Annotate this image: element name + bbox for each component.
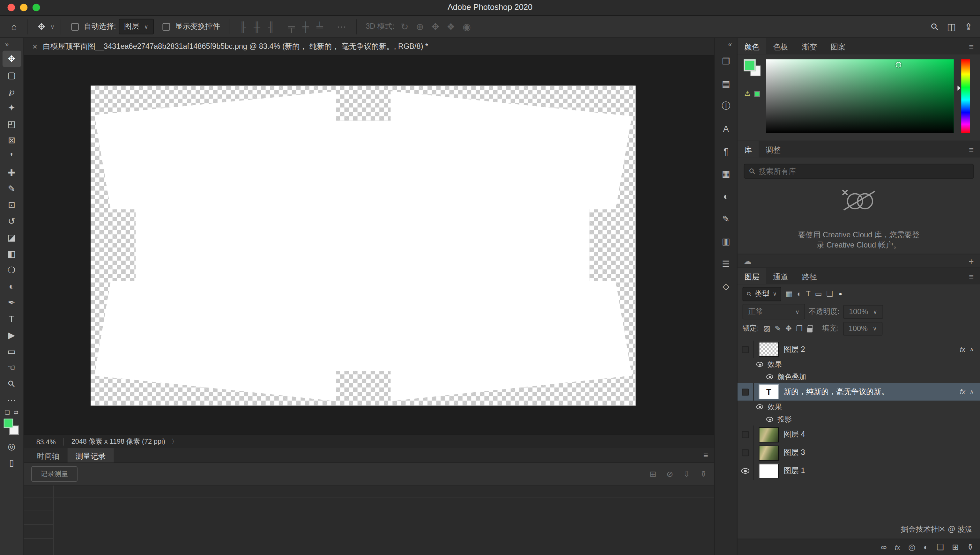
- adjustments-panel-icon[interactable]: ◐: [717, 187, 735, 206]
- layer-mask-icon[interactable]: ◎: [908, 542, 915, 552]
- layer-name[interactable]: 新的，纯新的，毫无争议的新。: [784, 387, 960, 397]
- more-align-options-icon[interactable]: ⋯: [337, 21, 346, 32]
- tool-path-selection[interactable]: ▶: [2, 327, 21, 343]
- glyphs-panel-icon[interactable]: ▦: [717, 164, 735, 183]
- tool-hand[interactable]: ☜: [2, 359, 21, 376]
- 3d-panel-icon[interactable]: ◇: [717, 277, 735, 296]
- 3d-slide-icon[interactable]: ❖: [447, 21, 455, 32]
- tool-type[interactable]: T: [2, 311, 21, 327]
- tool-gradient[interactable]: ◧: [2, 245, 21, 262]
- hue-slider-indicator[interactable]: [958, 85, 961, 91]
- effect-row[interactable]: 效果: [738, 401, 980, 413]
- 3d-drag-icon[interactable]: ✥: [431, 21, 439, 32]
- align-left-icon[interactable]: ╟: [240, 21, 246, 32]
- effect-row[interactable]: 效果: [738, 358, 980, 371]
- cloud-sync-icon[interactable]: ☁: [744, 257, 751, 265]
- 3d-rotate-icon[interactable]: ↻: [401, 21, 409, 32]
- tool-dodge[interactable]: ◐: [2, 278, 21, 294]
- lock-pixels-icon[interactable]: ✎: [775, 324, 781, 333]
- move-tool-icon[interactable]: ✥: [38, 21, 46, 32]
- auto-select-checkbox[interactable]: [71, 23, 79, 30]
- layer-thumbnail[interactable]: [759, 427, 779, 442]
- effect-label[interactable]: 效果: [768, 402, 782, 411]
- share-image-icon[interactable]: ⇪: [965, 21, 973, 32]
- styles-panel-icon[interactable]: ✎: [717, 209, 735, 228]
- filter-adjustment-layers-icon[interactable]: ◐: [797, 289, 802, 298]
- tool-clone-stamp[interactable]: ⊡: [2, 197, 21, 213]
- filter-pixel-layers-icon[interactable]: ▦: [786, 289, 793, 298]
- layer-row[interactable]: 图层 2 fx∧: [738, 341, 980, 358]
- panel-menu-icon[interactable]: ≡: [969, 42, 974, 51]
- effect-visibility-icon[interactable]: [756, 362, 763, 367]
- layer-name[interactable]: 图层 4: [784, 429, 980, 440]
- tab-adjustments[interactable]: 调整: [759, 141, 788, 157]
- tool-crop[interactable]: ◰: [2, 115, 21, 132]
- visibility-toggle[interactable]: [742, 388, 749, 396]
- zoom-level[interactable]: 83.4%: [36, 438, 56, 445]
- record-measurements-button[interactable]: 记录测量: [31, 466, 77, 482]
- effect-row[interactable]: 投影: [738, 413, 980, 425]
- auto-select-target-dropdown[interactable]: 图层 ∨: [118, 19, 154, 34]
- tab-measurement-log[interactable]: 测量记录: [67, 448, 114, 462]
- delete-measurements-icon[interactable]: ⚱: [700, 469, 707, 478]
- tab-gradients[interactable]: 渐变: [795, 38, 824, 55]
- tool-history-brush[interactable]: ↺: [2, 213, 21, 229]
- visibility-toggle[interactable]: [742, 346, 749, 353]
- align-h-center-icon[interactable]: ╫: [253, 21, 260, 32]
- tab-timeline[interactable]: 时间轴: [29, 448, 67, 462]
- library-search-input[interactable]: [759, 167, 968, 175]
- clone-source-panel-icon[interactable]: ❐: [717, 52, 735, 71]
- export-measurements-icon[interactable]: ⇩: [683, 469, 690, 478]
- layer-thumbnail[interactable]: [759, 342, 779, 357]
- tool-zoom[interactable]: ⚲: [2, 375, 21, 392]
- tool-marquee[interactable]: ▢: [2, 67, 21, 83]
- close-document-icon[interactable]: ×: [32, 42, 37, 51]
- effect-row[interactable]: 颜色叠加: [738, 371, 980, 383]
- tab-libraries[interactable]: 库: [738, 141, 759, 157]
- panel-menu-icon[interactable]: ≡: [969, 145, 974, 154]
- visibility-eye-icon[interactable]: [741, 468, 749, 474]
- blend-mode-dropdown[interactable]: 正常 ∨: [743, 304, 805, 319]
- layer-row[interactable]: 图层 1: [738, 462, 980, 480]
- filter-shape-layers-icon[interactable]: ▭: [815, 289, 822, 298]
- fx-badge[interactable]: fx: [960, 388, 966, 396]
- search-icon[interactable]: ⚲: [928, 20, 941, 33]
- data-points-icon[interactable]: ⊞: [650, 469, 656, 478]
- foreground-color-well[interactable]: [744, 59, 755, 71]
- saturation-brightness-field[interactable]: [766, 59, 954, 133]
- screen-mode-button[interactable]: ▯: [2, 454, 21, 470]
- tool-eyedropper[interactable]: ❜: [2, 148, 21, 164]
- layer-name[interactable]: 图层 2: [784, 344, 960, 355]
- layer-row-selected[interactable]: T 新的，纯新的，毫无争议的新。 fx∧: [738, 383, 980, 401]
- tool-pen[interactable]: ✒: [2, 294, 21, 311]
- brush-settings-panel-icon[interactable]: ▤: [717, 74, 735, 93]
- paragraph-panel-icon[interactable]: ¶: [717, 142, 735, 161]
- fill-field[interactable]: 100% ∨: [843, 321, 882, 335]
- swap-colors-icon[interactable]: ⇄: [14, 409, 19, 415]
- panels-collapse-icon[interactable]: «: [728, 38, 737, 52]
- align-bottom-icon[interactable]: ╧: [316, 21, 323, 32]
- paragraph-styles-panel-icon[interactable]: ☰: [717, 254, 735, 273]
- tool-more[interactable]: ⋯: [2, 392, 21, 408]
- hue-slider[interactable]: [961, 59, 970, 133]
- link-layers-icon[interactable]: ∞: [881, 542, 887, 552]
- tab-layers[interactable]: 图层: [738, 268, 766, 284]
- layer-name[interactable]: 图层 1: [784, 466, 980, 476]
- effect-label[interactable]: 投影: [778, 415, 792, 424]
- tool-move[interactable]: ✥: [2, 51, 21, 67]
- fx-badge[interactable]: fx: [960, 345, 966, 353]
- effect-label[interactable]: 效果: [768, 360, 782, 369]
- panel-menu-icon[interactable]: ≡: [969, 272, 974, 281]
- text-layer-thumbnail[interactable]: T: [759, 384, 779, 399]
- lock-artboard-icon[interactable]: ❐: [796, 324, 803, 333]
- canvas[interactable]: [24, 56, 714, 434]
- layer-thumbnail[interactable]: [759, 464, 779, 478]
- toolbar-expand-icon[interactable]: »: [0, 38, 9, 51]
- effect-visibility-icon[interactable]: [766, 374, 773, 380]
- visibility-toggle[interactable]: [742, 431, 749, 438]
- new-layer-icon[interactable]: ⊞: [952, 542, 959, 552]
- move-tool-dropdown-icon[interactable]: ∨: [50, 23, 55, 30]
- align-right-icon[interactable]: ╢: [268, 21, 274, 32]
- visibility-toggle[interactable]: [742, 449, 749, 456]
- lock-all-icon[interactable]: [807, 328, 813, 332]
